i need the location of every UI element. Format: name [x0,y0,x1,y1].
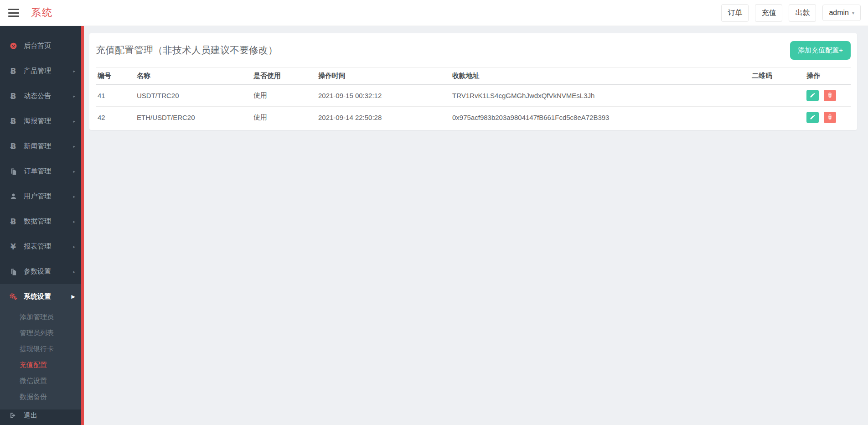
topbar: 系统 订单 充值 出款 admin ▾ [0,0,868,26]
bitcoin-icon: Ƀ [9,117,18,126]
bitcoin-icon: Ƀ [9,142,18,151]
chevron-right-icon: ▸ [73,244,75,249]
sidebar-item-label: 海报管理 [24,117,51,125]
bitcoin-icon: Ƀ [9,67,18,76]
recharge-button[interactable]: 充值 [755,4,782,22]
sidebar: 后台首页 Ƀ 产品管理 ▸ Ƀ 动态公告 ▸ Ƀ 海报管理 ▸ Ƀ 新闻管理 ▸… [0,26,81,425]
cell-id: 42 [96,107,135,129]
sidebar-item-label: 用户管理 [24,192,51,201]
sidebar-item-label: 动态公告 [24,92,51,100]
sidebar-item-label: 后台首页 [24,41,51,50]
column-header-name: 名称 [135,67,252,85]
pencil-icon [810,92,816,99]
payout-button[interactable]: 出款 [789,4,816,22]
sidebar-item-system-settings[interactable]: 系统设置 ▶ [0,284,81,309]
column-header-actions: 操作 [805,67,851,85]
cell-actions [805,107,851,129]
trash-icon [827,92,833,99]
column-header-time: 操作时间 [316,67,450,85]
submenu-item-withdraw-bankcard[interactable]: 提现银行卡 [0,341,81,357]
submenu-item-wechat-settings[interactable]: 微信设置 [0,373,81,389]
submenu-item-data-backup[interactable]: 数据备份 [0,389,81,405]
table-header-row: 编号 名称 是否使用 操作时间 收款地址 二维码 操作 [96,67,851,85]
logout-label: 退出 [24,411,37,420]
chevron-right-icon: ▸ [73,219,75,224]
recharge-config-table: 编号 名称 是否使用 操作时间 收款地址 二维码 操作 41 USDT/TRC2… [96,67,851,128]
copy-icon [9,168,18,175]
chevron-right-icon: ▸ [73,119,75,124]
page-title: 充值配置管理（非技术人员建议不要修改） [96,44,278,57]
system-settings-section: 系统设置 ▶ 添加管理员 管理员列表 提现银行卡 充值配置 微信设置 数据备份 [0,284,81,409]
delete-button[interactable] [824,112,836,123]
hamburger-menu-icon[interactable] [8,9,19,17]
column-header-qrcode: 二维码 [750,67,805,85]
column-header-id: 编号 [96,67,135,85]
cell-id: 41 [96,85,135,107]
cell-name: ETH/USDT/ERC20 [135,107,252,129]
table-row: 41 USDT/TRC20 使用 2021-09-15 00:32:12 TRV… [96,85,851,107]
sidebar-item-label: 系统设置 [24,292,51,301]
chevron-right-icon: ▸ [73,69,75,73]
cell-time: 2021-09-14 22:50:28 [316,107,450,129]
sidebar-item-posters[interactable]: Ƀ 海报管理 ▸ [0,109,81,134]
edit-button[interactable] [806,90,819,101]
sidebar-item-orders[interactable]: 订单管理 ▸ [0,159,81,184]
sidebar-item-products[interactable]: Ƀ 产品管理 ▸ [0,58,81,83]
delete-button[interactable] [824,90,836,101]
topnav: 订单 充值 出款 admin ▾ [721,4,861,22]
logout-button[interactable]: 退出 [0,406,81,425]
system-settings-submenu: 添加管理员 管理员列表 提现银行卡 充值配置 微信设置 数据备份 [0,309,81,409]
cell-in-use: 使用 [252,85,316,107]
main-content: 充值配置管理（非技术人员建议不要修改） 添加充值配置+ 编号 名称 是否使用 操… [84,26,868,425]
chevron-down-icon: ▾ [852,10,854,16]
chevron-right-icon: ▸ [73,169,75,174]
sidebar-item-label: 报表管理 [24,242,51,251]
cell-qrcode [750,107,805,129]
sidebar-item-label: 订单管理 [24,167,51,176]
sidebar-item-parameters[interactable]: 参数设置 ▸ [0,259,81,284]
user-name: admin [829,9,849,17]
add-recharge-config-button[interactable]: 添加充值配置+ [790,41,851,60]
submenu-item-admin-list[interactable]: 管理员列表 [0,325,81,341]
cell-address: TRV1RvK1LS4cgGMGhJwdxQfVkNVMEsL3Jh [450,85,750,107]
cell-in-use: 使用 [252,107,316,129]
chevron-right-icon: ▸ [73,270,75,274]
chevron-right-icon: ▸ [73,144,75,149]
chevron-right-icon: ▸ [73,194,75,199]
cell-time: 2021-09-15 00:32:12 [316,85,450,107]
sidebar-item-news[interactable]: Ƀ 新闻管理 ▸ [0,134,81,159]
column-header-in-use: 是否使用 [252,67,316,85]
pencil-icon [810,114,816,121]
bitcoin-icon: Ƀ [9,217,18,226]
sign-out-icon [9,412,18,419]
sidebar-item-users[interactable]: 用户管理 ▸ [0,184,81,209]
sidebar-item-announcements[interactable]: Ƀ 动态公告 ▸ [0,83,81,109]
user-dropdown[interactable]: admin ▾ [822,5,861,21]
cell-qrcode [750,85,805,107]
orders-button[interactable]: 订单 [721,4,749,22]
column-header-address: 收款地址 [450,67,750,85]
submenu-item-add-admin[interactable]: 添加管理员 [0,309,81,325]
edit-button[interactable] [806,112,819,123]
chevron-right-icon: ▸ [73,94,75,98]
submenu-item-recharge-config[interactable]: 充值配置 [0,357,81,373]
sidebar-item-home[interactable]: 后台首页 [0,33,81,58]
sidebar-item-data[interactable]: Ƀ 数据管理 ▸ [0,209,81,234]
recharge-config-card: 充值配置管理（非技术人员建议不要修改） 添加充值配置+ 编号 名称 是否使用 操… [89,33,857,130]
gears-icon [9,293,18,301]
sidebar-item-label: 数据管理 [24,217,51,226]
chevron-open-icon: ▶ [72,294,75,300]
cell-name: USDT/TRC20 [135,85,252,107]
user-icon [9,193,18,200]
card-header: 充值配置管理（非技术人员建议不要修改） 添加充值配置+ [96,33,851,67]
copy-icon [9,268,18,275]
cell-address: 0x975acf983b203a9804147fB661Fcd5c8eA72B3… [450,107,750,129]
sidebar-item-reports[interactable]: ¥ 报表管理 ▸ [0,234,81,259]
dashboard-icon [9,42,18,50]
sidebar-item-label: 新闻管理 [24,142,51,150]
cell-actions [805,85,851,107]
bitcoin-icon: Ƀ [9,92,18,101]
brand-logo[interactable]: 系统 [31,6,53,20]
sidebar-item-label: 产品管理 [24,67,51,75]
yen-icon: ¥ [9,242,18,251]
